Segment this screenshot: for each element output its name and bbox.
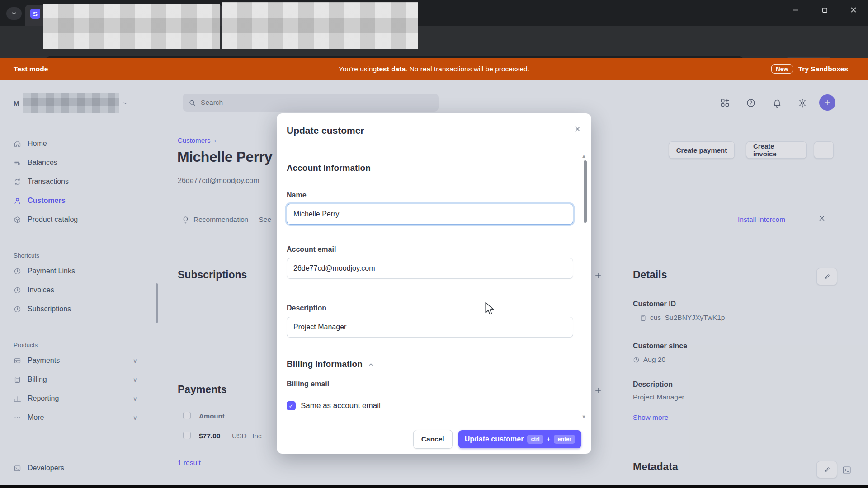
checkbox-label: Same as account email [301,401,381,410]
text-caret [340,209,340,219]
browser-chrome: S [0,0,868,58]
same-as-account-email-row[interactable]: ✓ Same as account email [287,401,573,410]
redacted-tab-title [43,4,220,49]
mouse-cursor [484,302,495,315]
cancel-button[interactable]: Cancel [413,430,453,449]
window-controls [781,0,868,20]
scrollbar-down-arrow[interactable]: ▼ [581,414,586,419]
maximize-button[interactable] [810,0,839,20]
name-label: Name [287,191,573,199]
modal-header: Update customer [277,113,591,142]
tab-strip: S [0,0,868,26]
modal-scrollbar-thumb[interactable] [584,160,587,223]
checked-checkbox[interactable]: ✓ [287,401,296,410]
message-prefix: You're using [339,65,377,73]
tab-search-button[interactable] [6,7,22,20]
close-icon [850,7,857,13]
scrollbar-up-arrow[interactable]: ▲ [581,153,586,159]
minimize-button[interactable] [781,0,810,20]
close-icon [574,125,581,133]
cursor-arrow-icon [484,302,495,315]
message-bold: test data [377,65,406,73]
account-email-field[interactable] [287,258,573,279]
update-customer-modal: Update customer Account information Name… [277,113,591,454]
screen-edge [0,485,868,488]
account-email-label: Account email [287,245,573,253]
modal-description-label: Description [287,304,573,312]
test-mode-banner: Test mode You're using test data. No rea… [0,58,868,80]
description-field[interactable] [287,317,573,338]
billing-email-label: Billing email [287,380,573,388]
modal-footer: Cancel Update customer ctrl + enter [277,424,591,454]
kbd-enter: enter [554,435,575,444]
chevron-down-icon [11,10,17,17]
kbd-ctrl: ctrl [527,435,543,444]
stripe-favicon: S [30,9,40,19]
try-sandboxes-link[interactable]: Try Sandboxes [798,65,848,73]
close-modal-button[interactable] [574,125,581,133]
modal-body: Account information Name Michelle Perry … [277,142,591,424]
test-mode-message: You're using test data. No real transact… [0,58,868,80]
message-suffix: . No real transactions will be processed… [406,65,529,73]
modal-title: Update customer [287,125,364,136]
minimize-icon [793,7,799,13]
name-field[interactable]: Michelle Perry [287,204,573,225]
account-information-heading: Account information [287,163,573,173]
billing-information-heading[interactable]: Billing information [287,359,573,369]
kbd-plus: + [547,436,551,442]
update-customer-button[interactable]: Update customer ctrl + enter [458,430,581,448]
close-window-button[interactable] [839,0,868,20]
maximize-icon [822,7,828,13]
screen: { "browser": { "tab_favicon": "S", "inco… [0,0,868,488]
chevron-up-icon [368,361,374,367]
redacted-url [222,2,418,49]
new-badge: New [771,64,793,74]
